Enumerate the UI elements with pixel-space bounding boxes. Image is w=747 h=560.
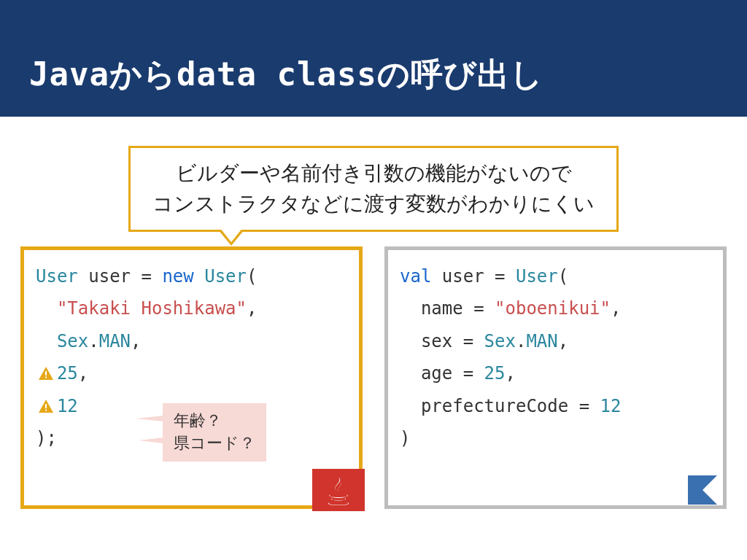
tok-enum: Sex [57,331,88,351]
slide-body: ビルダーや名前付き引数の機能がないので コンストラクタなどに渡す変数がわかりにく… [0,117,747,509]
tok-plain: , [558,331,568,351]
svg-rect-2 [45,404,47,408]
java-line-1: User user = new User( [36,260,347,292]
tok-number: 12 [57,396,78,416]
warning-icon [36,398,56,416]
tok-number: 25 [57,363,78,384]
question-bubble: 年齢？ 県コード？ [163,403,266,462]
kotlin-code-box: val user = User( name = "oboenikui", sex… [384,246,727,509]
java-line-3: Sex.MAN, [36,325,347,357]
tok-plain: , [131,331,141,351]
bubble-line-1: 年齢？ [174,410,255,432]
tok-plain: sex = [421,331,484,351]
tok-plain: , [506,363,516,384]
tok-plain: , [247,298,257,319]
kotlin-line-6: ) [400,422,711,454]
bubble-line-2: 県コード？ [174,432,255,455]
svg-rect-1 [45,377,47,378]
tok-enum: Sex [484,331,516,351]
kotlin-logo-icon [676,469,729,511]
tok-plain: name = [421,298,495,319]
slide-header: Javaからdata classの呼び出し [0,0,747,117]
java-logo-icon [312,469,365,511]
tok-plain: ); [36,428,57,448]
tok-plain: . [516,331,526,351]
tok-plain: , [78,363,88,384]
callout-line-1: ビルダーや名前付き引数の機能がないので [152,158,595,189]
svg-marker-4 [688,475,717,505]
code-row: User user = new User( "Takaki Hoshikawa"… [20,246,727,509]
tok-plain: , [611,298,621,319]
kotlin-line-2: name = "oboenikui", [400,292,711,324]
kotlin-line-1: val user = User( [400,260,711,292]
tok-number: 25 [484,363,506,384]
tok-plain: user = [431,266,516,287]
java-line-4: 25, [36,357,347,389]
java-line-2: "Takaki Hoshikawa", [36,292,347,324]
callout-box: ビルダーや名前付き引数の機能がないので コンストラクタなどに渡す変数がわかりにく… [128,146,619,232]
tok-plain: age = [421,363,484,384]
tok-plain: user = [78,266,163,287]
callout-line-2: コンストラクタなどに渡す変数がわかりにくい [152,189,595,219]
slide-title: Javaからdata classの呼び出し [29,53,543,96]
kotlin-line-4: age = 25, [400,357,711,389]
kotlin-line-3: sex = Sex.MAN, [400,325,711,357]
svg-rect-0 [45,371,47,376]
callout-wrap: ビルダーや名前付き引数の機能がないので コンストラクタなどに渡す変数がわかりにく… [20,146,727,232]
tok-number: 12 [600,396,622,416]
tok-enum-member: MAN [526,331,557,351]
svg-rect-3 [45,409,47,411]
tok-type: User [516,266,558,287]
tok-string: "oboenikui" [495,298,611,319]
tok-type: User [36,266,78,287]
tok-plain: prefectureCode = [421,396,600,416]
java-code-box: User user = new User( "Takaki Hoshikawa"… [20,246,363,509]
tok-plain: ( [247,266,257,287]
tok-plain: ( [558,266,568,287]
tok-string: "Takaki Hoshikawa" [57,298,247,319]
kotlin-line-5: prefectureCode = 12 [400,390,711,422]
tok-type: User [194,266,247,287]
tok-keyword: val [400,266,431,287]
tok-enum-member: MAN [99,331,131,351]
tok-plain: ) [400,428,410,448]
tok-plain: . [88,331,98,351]
tok-keyword: new [162,266,193,287]
warning-icon [36,365,56,383]
